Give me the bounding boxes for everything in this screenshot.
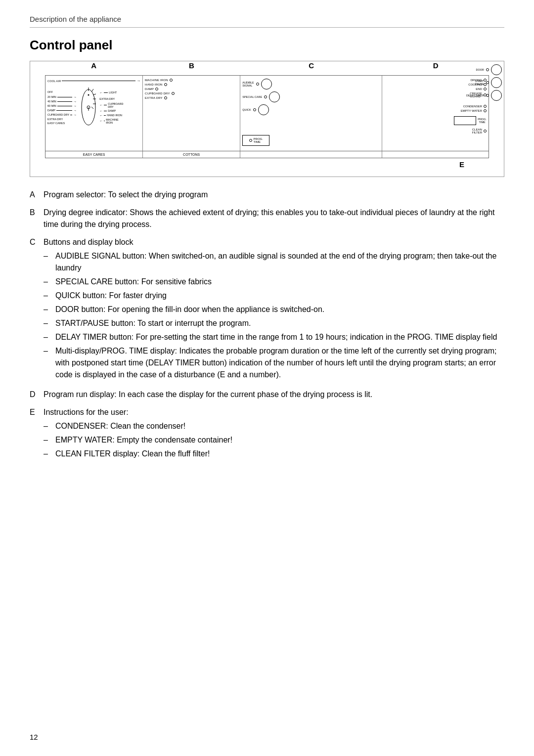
hand-iron-indicator: HAND IRON (145, 83, 238, 86)
empty-water-d-dot (484, 109, 487, 112)
special-care-c-label: SPECIAL CARE (242, 95, 262, 98)
knob-svg (80, 85, 97, 130)
machine-iron-dot (170, 79, 173, 82)
machine-iron-right-label: MACHINEIRON (106, 118, 118, 124)
cupboard-right-row: ← CUPBOARDDRY (99, 102, 123, 108)
damp-left-label: DAMP (47, 109, 55, 112)
c-bottom (240, 151, 382, 158)
label-E: E (30, 160, 504, 169)
cupboard-left-label: CUPBOARD DRY (47, 113, 69, 116)
machine-iron-right-row: ← MACHINEIRON (99, 118, 123, 124)
sub-text-C-1: SPECIAL CARE button: For sensitive fabri… (55, 276, 212, 288)
light-arrow-r: ← (99, 91, 103, 94)
delay-timer-btn (491, 90, 502, 101)
40min-row: 40 MIN → (47, 100, 77, 103)
cupboard-dry-b-label: CUPBOARD DRY (145, 92, 170, 95)
panel-body: COOL AIR → OFF 20 MIN → (45, 75, 489, 151)
sub-text-E-0: CONDENSER: Clean the condenser! (55, 420, 185, 432)
sub-dash-C-2: – (44, 290, 55, 302)
sub-dash-C-3: – (44, 304, 55, 315)
desc-content-D: Program run display: In each case the di… (44, 389, 504, 400)
desc-content-E: Instructions for the user: – CONDENSER: … (44, 406, 504, 462)
hand-iron-dot (164, 83, 167, 86)
condenser-d-row: CONDENSER (384, 105, 487, 108)
start-pause-dot (486, 81, 489, 84)
sub-item-C-5: – DELAY TIMER button: For pre-setting th… (44, 331, 504, 343)
panel-section-A: COOL AIR → OFF 20 MIN → (45, 76, 143, 151)
desc-item-C: C Buttons and display block – AUDIBLE SI… (30, 236, 504, 383)
desc-letter-C: C (30, 236, 44, 383)
prog-time-label: PROG.TIME (254, 137, 263, 143)
audible-signal-c-label: AUDIBLESIGNAL (242, 81, 254, 87)
sub-text-C-6: Multi-display/PROG. TIME display: Indica… (55, 345, 504, 381)
sub-dash-C-0: – (44, 250, 55, 274)
door-btn (491, 64, 502, 75)
desc-letter-E: E (30, 406, 44, 462)
clean-filter-d-row: CLEANFILTER (384, 128, 487, 134)
description-list: A Program selector: To select the drying… (30, 189, 504, 462)
clean-filter-d-label: CLEANFILTER (472, 128, 482, 134)
hand-iron-right-label: HAND IRON (107, 114, 122, 117)
col-label-B: B (143, 61, 241, 75)
40min-label: 40 MIN (47, 100, 56, 103)
desc-E-title: Instructions for the user: (44, 408, 129, 416)
hand-iron-b-label: HAND IRON (145, 83, 162, 86)
60min-label: 60 MIN (47, 104, 56, 107)
20min-label: 20 MIN (47, 95, 56, 98)
extra-dry-b-label: EXTRA DRY (145, 96, 163, 99)
knob-area: OFF 20 MIN → 40 MIN → (47, 85, 140, 130)
sub-item-C-6: – Multi-display/PROG. TIME display: Indi… (44, 345, 504, 381)
section-title: Control panel (30, 38, 504, 53)
d-bottom: CLEANFILTER (384, 128, 487, 134)
cool-air-label: COOL AIR (47, 80, 61, 83)
quick-c-label: QUICK (242, 108, 251, 111)
start-pause-row: STARTPAUSE (267, 77, 502, 88)
control-panel-diagram: A B C D COOL AIR → (30, 61, 504, 177)
hand-iron-right-row: ← HAND IRON (99, 114, 123, 117)
40min-line (57, 101, 72, 102)
sub-dash-C-4: – (44, 317, 55, 329)
cupboard-dry-b-dot (172, 92, 175, 95)
d-prog-time: PROG.TIME (384, 116, 487, 125)
prog-time-area: PROG.TIME (242, 135, 380, 146)
sub-dash-E-0: – (44, 420, 55, 432)
sub-text-C-3: DOOR button: For opening the fill-in doo… (55, 304, 324, 315)
audible-signal-dot (256, 83, 259, 86)
right-labels: ← LIGHT EXTRA DRY ← CUPBOARDDRY ← (99, 91, 123, 124)
cottons-bottom: COTTONS (143, 151, 240, 158)
d-prog-display (454, 116, 476, 125)
sub-text-E-2: CLEAN FILTER display: Clean the fluff fi… (55, 448, 210, 460)
sub-text-C-0: AUDIBLE SIGNAL button: When switched-on,… (55, 250, 504, 274)
damp-left-arrow: → (73, 109, 77, 112)
cool-air-row: COOL AIR → (47, 79, 140, 83)
page-number: 12 (30, 733, 38, 741)
desc-C-title: Buttons and display block (44, 238, 133, 246)
60min-arrow: → (73, 104, 77, 108)
prog-time-display: PROG.TIME (242, 135, 269, 146)
dial-knob (80, 85, 97, 130)
panel-bottom-bar: EASY CARES COTTONS (45, 151, 489, 158)
machine-iron-right-line (104, 121, 105, 121)
condenser-d-dot (484, 105, 487, 108)
desc-item-A: A Program selector: To select the drying… (30, 189, 504, 201)
damp-right-line (104, 111, 107, 111)
sub-item-E-1: – EMPTY WATER: Empty the condensate cont… (44, 434, 504, 446)
hand-iron-right-line (104, 115, 106, 116)
light-line (104, 92, 108, 93)
desc-E-sub-list: – CONDENSER: Clean the condenser! – EMPT… (44, 420, 504, 460)
desc-letter-D: D (30, 389, 44, 400)
desc-content-B: Drying degree indicator: Shows the achie… (44, 207, 504, 230)
extra-dry-left: EXTRA DRY (47, 118, 77, 121)
damp-left-row: DAMP → (47, 109, 77, 112)
damp-b-label: DAMP (145, 88, 154, 90)
machine-iron-b-label: MACHINE IRON (145, 79, 168, 82)
condenser-d-label: CONDENSER (463, 105, 482, 108)
panel-section-B: MACHINE IRON HAND IRON DAMP CUPBOARD DRY (143, 76, 240, 151)
damp-left-line (56, 110, 72, 111)
svg-point-9 (88, 94, 89, 96)
sub-item-C-1: – SPECIAL CARE button: For sensitive fab… (44, 276, 504, 288)
damp-right-arrow: ← (99, 109, 103, 113)
start-pause-btn (491, 77, 502, 88)
20min-line (57, 97, 72, 97)
cupboard-right-arrow: ← (99, 103, 103, 107)
